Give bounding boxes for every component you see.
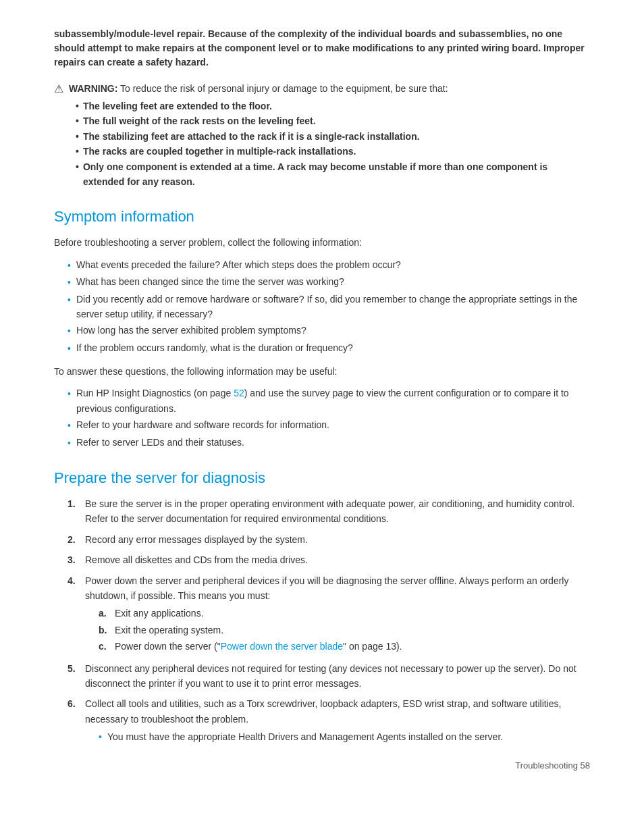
intro-paragraph: subassembly/module-level repair. Because… [54,27,590,70]
warning-box: ⚠ WARNING: To reduce the risk of persona… [54,82,590,189]
symptom-intro: Before troubleshooting a server problem,… [54,235,590,250]
list-item: You must have the appropriate Health Dri… [99,729,590,744]
symptom-heading: Symptom information [54,208,590,226]
warning-label: WARNING: [69,83,117,94]
footer-text: Troubleshooting 58 [515,760,590,771]
warning-list: The leveling feet are extended to the fl… [69,99,590,189]
list-item: How long has the server exhibited proble… [68,323,590,338]
list-item: 3. Remove all diskettes and CDs from the… [68,552,590,567]
footer: Troubleshooting 58 [515,760,590,771]
list-item: 6. Collect all tools and utilities, such… [68,696,590,744]
insight-diagnostics-link[interactable]: 52 [234,388,244,398]
list-item: 1. Be sure the server is in the proper o… [68,496,590,527]
symptom-questions-list: What events preceded the failure? After … [54,257,590,356]
page-content: subassembly/module-level repair. Because… [0,0,644,791]
list-item: Did you recently add or remove hardware … [68,292,590,322]
warning-item: The racks are coupled together in multip… [76,144,590,159]
warning-item: The full weight of the rack rests on the… [76,113,590,128]
list-item: What events preceded the failure? After … [68,257,590,273]
warning-item: The leveling feet are extended to the fl… [76,99,590,113]
warning-content: WARNING: To reduce the risk of personal … [69,82,590,189]
sub-steps-list: a. Exit any applications. b. Exit the op… [85,606,590,654]
list-item: 2. Record any error messages displayed b… [68,532,590,547]
answer-intro: To answer these questions, the following… [54,364,590,379]
prepare-heading: Prepare the server for diagnosis [54,469,590,487]
step6-bullets: You must have the appropriate Health Dri… [85,729,590,744]
sub-list-item: b. Exit the operating system. [99,623,590,637]
list-item: Refer to your hardware and software reco… [68,417,590,433]
sub-list-item: c. Power down the server ("Power down th… [99,639,590,654]
list-item: Refer to server LEDs and their statuses. [68,435,590,450]
answer-text-before: Run HP Insight Diagnostics (on page [76,388,234,398]
list-item: 5. Disconnect any peripheral devices not… [68,661,590,692]
list-item: If the problem occurs randomly, what is … [68,340,590,356]
power-down-blade-link[interactable]: Power down the server blade [221,641,343,652]
warning-text: To reduce the risk of personal injury or… [120,83,448,94]
warning-item: The stabilizing feet are attached to the… [76,129,590,144]
warning-icon: ⚠ [54,82,63,95]
symptom-answers-list: Run HP Insight Diagnostics (on page 52) … [54,386,590,450]
list-item: Run HP Insight Diagnostics (on page 52) … [68,386,590,416]
list-item: What has been changed since the time the… [68,274,590,290]
sub-list-item: a. Exit any applications. [99,606,590,621]
list-item: 4. Power down the server and peripheral … [68,573,590,656]
prepare-steps-list: 1. Be sure the server is in the proper o… [54,496,590,744]
warning-item: Only one component is extended at a time… [76,159,590,190]
